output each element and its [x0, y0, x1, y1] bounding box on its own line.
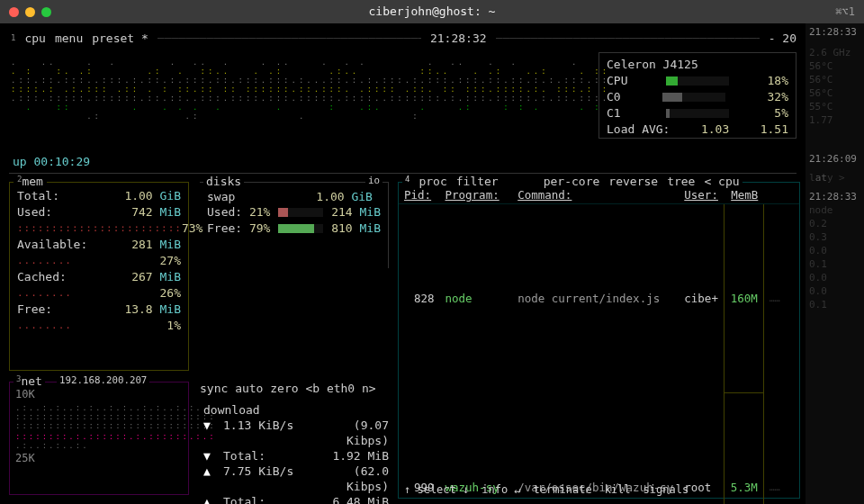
proc-index: 4 [405, 175, 410, 188]
proc-tab-cpu[interactable]: < cpu [704, 175, 739, 188]
tab-preset[interactable]: preset * [92, 32, 148, 45]
net-scale-bot: 25K [15, 452, 183, 465]
terminal-pane[interactable]: 1 cpu menu preset * ────────────────────… [0, 23, 806, 504]
load-2: 1.51 [760, 122, 788, 138]
table-row[interactable]: 828nodenode current/index.jscibe+160M…… [399, 204, 799, 393]
net-row-2: ▲7.75 KiB/s(62.0 Kibps) [203, 464, 389, 494]
mem-panel: 2mem Total:1.00 GiBUsed:742 MiB:::::::::… [9, 182, 189, 371]
net-row-0: ▼1.13 KiB/s(9.07 Kibps) [203, 418, 389, 448]
cpu-model: Celeron J4125 [607, 57, 698, 73]
swap-unit: GiB [351, 190, 372, 203]
rsb-time-1: 21:28:33 [809, 25, 860, 39]
swap-used-label: Used: [207, 205, 242, 219]
swap-label: swap [207, 190, 235, 203]
mem-pct-1: ::::::::::::::::::::::::73% [17, 220, 181, 237]
uptime-value: 00:10:29 [33, 155, 90, 168]
rsb-temp3: 55°C [809, 100, 860, 113]
cpu-row-1: C032% [607, 89, 788, 105]
hint-select[interactable]: ↑ select ↓ [404, 483, 469, 496]
disks-panel: disks io swap 1.00 GiB Used: 21% 214 MiB… [200, 182, 389, 268]
load-avg-label: Load AVG: [607, 122, 670, 138]
hint-signals[interactable]: signals [644, 483, 689, 496]
maximize-icon[interactable] [41, 7, 51, 17]
proc-header: 4 proc filter per-core reverse tree < cp… [402, 175, 742, 188]
proc-tab-percore[interactable]: per-core [544, 175, 600, 188]
net-row-1: ▼Total:1.92 MiB [203, 448, 389, 464]
rsb-m1: 0.2 [809, 217, 860, 230]
divider [9, 173, 796, 174]
window-controls[interactable] [9, 7, 51, 17]
rsb-m3: 0.0 [809, 244, 860, 257]
swap-free-bar [278, 224, 323, 233]
swap-used-bar [278, 208, 323, 217]
rsb-m0: node [809, 203, 860, 217]
net-stats: sync auto zero <b eth0 n> download ▼1.13… [200, 382, 389, 495]
net-title: net [21, 374, 41, 388]
net-spark-up: ::::::::.:.::::::.:.::::::.:.:.:..:.:..:… [15, 432, 183, 450]
hint-info[interactable]: info ↵ [482, 483, 520, 496]
cpu-sparkline: . .. . . . .. . . .. . . . . .. . . . . … [11, 49, 608, 148]
mem-row-1: Used:742 MiB [17, 204, 181, 220]
swap-free-pct: 79% [249, 221, 270, 235]
mem-row-0: Total:1.00 GiB [17, 188, 181, 204]
window-titlebar: ciberjohn@ghost: ~ [0, 0, 864, 23]
cpu-row-0: CPU18% [607, 73, 788, 89]
tab-menu[interactable]: menu [55, 32, 83, 45]
net-tabs[interactable]: sync auto zero <b eth0 n> [200, 382, 389, 395]
rsb-time-3: 21:28:33 [809, 190, 860, 203]
mem-pct-4: ........1% [17, 318, 181, 334]
swap-free-label: Free: [207, 221, 242, 235]
cpu-row-2: C15% [607, 105, 788, 122]
rsb-lat-label: laty > [809, 171, 860, 184]
col-command[interactable]: Command: [512, 186, 679, 204]
disks-io-label: io [365, 175, 382, 186]
swap-used-pct: 21% [249, 205, 270, 219]
rsb-m6: 0.0 [809, 284, 860, 298]
window-title: ciberjohn@ghost: ~ [369, 4, 496, 18]
net-download-label: download [203, 402, 389, 418]
col-program[interactable]: Program: [439, 186, 512, 204]
mem-row-4: Free:13.8 MiB [17, 302, 181, 318]
mem-title: mem [22, 175, 42, 188]
minimize-icon[interactable] [25, 7, 35, 17]
cpu-info-box: Celeron J4125 CPU18%C032%C15% Load AVG: … [598, 52, 796, 139]
net-spark-down: .:..:.:..:.:..:.:..:.:..:.:..:::::::::::… [15, 403, 183, 430]
swap-free-val: 810 [331, 221, 352, 235]
proc-panel: 4 proc filter per-core reverse tree < cp… [398, 182, 800, 499]
proc-footer: ↑ select ↓ info ↵ terminate kill signals [404, 483, 794, 496]
swap-used-unit: MiB [360, 205, 381, 219]
swap-free-unit: MiB [360, 221, 381, 235]
col-user[interactable]: User: [679, 186, 724, 204]
mem-pct-2: ........27% [17, 253, 181, 269]
uptime: up 00:10:29 [13, 155, 90, 168]
col-pid[interactable]: Pid: [399, 186, 439, 204]
rsb-m5: 0.0 [809, 271, 860, 284]
load-1: 1.03 [701, 122, 729, 138]
tab-cpu[interactable]: cpu [24, 32, 45, 45]
proc-tab-proc[interactable]: proc [418, 175, 446, 188]
clock: 21:28:32 [430, 32, 487, 45]
rsb-load3: 1.77 [809, 113, 860, 127]
mem-row-2: Available:281 MiB [17, 237, 181, 253]
tmux-right-pane: 21:28:33 2.6 GHz 56°C 56°C 56°C 55°C 1.7… [806, 23, 864, 504]
close-icon[interactable] [9, 7, 19, 17]
rsb-m2: 0.3 [809, 230, 860, 244]
hint-terminate[interactable]: terminate [534, 483, 592, 496]
proc-tab-tree[interactable]: tree [667, 175, 695, 188]
rsb-time-2: 21:26:09 [809, 152, 860, 166]
rsb-temp0: 56°C [809, 59, 860, 73]
hint-kill[interactable]: kill [605, 483, 631, 496]
proc-tab-filter[interactable]: filter [456, 175, 499, 188]
net-panel: 3net 192.168.200.207 10K .:..:.:..:.:..:… [9, 382, 189, 495]
swap-used-val: 214 [331, 205, 352, 219]
net-ip: 192.168.200.207 [57, 374, 149, 386]
proc-tab-reverse[interactable]: reverse [608, 175, 658, 188]
cpu-year: 20 [782, 32, 796, 45]
disks-title: disks [203, 175, 244, 188]
col-memb[interactable]: MemB [724, 186, 763, 204]
rsb-m4: 0.1 [809, 257, 860, 271]
net-row-3: ▲Total:6.48 MiB [203, 494, 389, 504]
rsb-temp2: 56°C [809, 86, 860, 100]
swap-total: 1.00 [316, 190, 344, 203]
proc-table[interactable]: Pid: Program: Command: User: MemB 828nod… [399, 186, 799, 504]
